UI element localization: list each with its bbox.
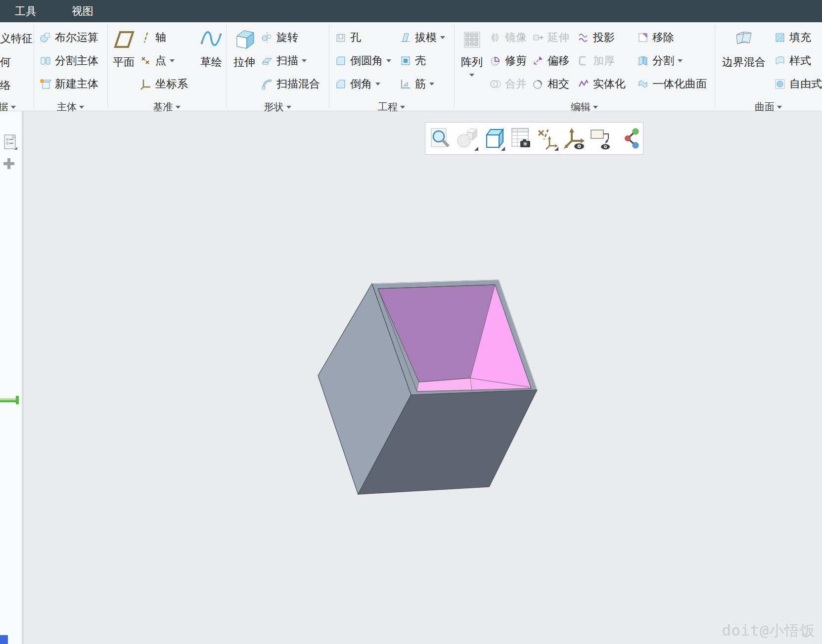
- chevron-down-icon: [429, 83, 434, 86]
- boundary-blend-icon: [732, 28, 755, 51]
- chevron-down-icon: [678, 59, 683, 62]
- cube-outer-front-face[interactable]: [358, 390, 537, 494]
- model-tree-icon[interactable]: [3, 134, 18, 152]
- sweep-button[interactable]: 扫描: [261, 52, 320, 69]
- sweep-blend-button[interactable]: 扫描混合: [261, 76, 320, 92]
- group-divider: [454, 25, 455, 107]
- chevron-down-icon: [11, 106, 16, 109]
- revolve-icon: [261, 32, 273, 43]
- extrude-button[interactable]: 拉伸: [228, 28, 260, 70]
- boundary-blend-button[interactable]: 边界混合: [718, 28, 770, 70]
- chamfer-button[interactable]: 倒角: [335, 76, 391, 92]
- view-manager-button[interactable]: [509, 126, 532, 151]
- offset-button[interactable]: 偏移: [532, 52, 569, 69]
- chevron-down-icon: [286, 106, 291, 109]
- rib-button[interactable]: 筋: [400, 76, 445, 92]
- plus-icon[interactable]: [3, 158, 15, 170]
- chevron-down-icon: [469, 74, 474, 77]
- hole-button[interactable]: 孔: [335, 29, 391, 46]
- sketch-button[interactable]: 草绘: [195, 28, 227, 70]
- group-label-edit[interactable]: 编辑: [454, 100, 715, 114]
- bottom-left-blue-marker: [0, 635, 8, 644]
- clipped-udf-button[interactable]: 义特征: [0, 31, 33, 46]
- group-label-surface[interactable]: 曲面: [715, 100, 822, 114]
- chamfer-icon: [335, 78, 347, 90]
- split-button[interactable]: 分割: [637, 52, 707, 69]
- tab-view[interactable]: 视图: [72, 0, 93, 22]
- sidebar-divider[interactable]: [22, 111, 24, 644]
- chevron-down-icon: [170, 59, 175, 62]
- style-button[interactable]: 样式: [774, 52, 822, 69]
- tab-tools[interactable]: 工具: [15, 0, 37, 22]
- thicken-button[interactable]: 加厚: [578, 52, 626, 69]
- offset-icon: [532, 55, 544, 67]
- selection-highlight-cap: [16, 396, 19, 404]
- chevron-down-icon: [400, 106, 405, 109]
- round-icon: [335, 55, 347, 67]
- group-label-engineering[interactable]: 工程: [329, 100, 454, 114]
- quilt-button[interactable]: 一体化曲面: [637, 76, 707, 92]
- clipped-geometry-button[interactable]: 何: [0, 55, 11, 70]
- refit-magnifier-icon: [429, 127, 452, 150]
- axis-button[interactable]: 轴: [140, 29, 188, 46]
- mirror-button[interactable]: 镜像: [490, 29, 527, 46]
- quilt-icon: [637, 78, 649, 90]
- group-divider: [34, 25, 34, 107]
- cube-inner-back-face[interactable]: [378, 285, 495, 382]
- pattern-button[interactable]: 阵列: [456, 28, 488, 77]
- boolean-ops-button[interactable]: 布尔运算: [40, 29, 98, 46]
- thicken-icon: [578, 55, 590, 67]
- merge-button[interactable]: 合并: [490, 76, 527, 92]
- shell-button[interactable]: 壳: [400, 52, 445, 69]
- draft-button[interactable]: 拔模: [400, 29, 445, 46]
- freestyle-button[interactable]: 自由式: [774, 76, 822, 92]
- cube-floor-right-face[interactable]: [470, 378, 531, 390]
- plane-icon: [112, 28, 135, 51]
- ribbon: 义特征 何 络 据 布尔运算 分割主体 新建主体 主体 平面 轴: [0, 22, 822, 111]
- draft-icon: [400, 32, 411, 43]
- saved-views-button[interactable]: [483, 126, 505, 151]
- project-button[interactable]: 投影: [578, 29, 626, 46]
- chevron-down-icon: [777, 106, 782, 109]
- cube-outer-left-face[interactable]: [318, 284, 411, 494]
- clipped-wrap-button[interactable]: 络: [0, 78, 11, 93]
- csys-button[interactable]: 坐标系: [140, 76, 188, 92]
- new-body-button[interactable]: 新建主体: [40, 76, 98, 92]
- annotation-eye-icon: [590, 127, 612, 150]
- remove-button[interactable]: 移除: [637, 29, 707, 46]
- datum-display-filter-button[interactable]: [536, 126, 559, 151]
- cube-inner-right-face[interactable]: [470, 285, 531, 388]
- revolve-button[interactable]: 旋转: [261, 29, 320, 46]
- plane-button[interactable]: 平面: [108, 28, 139, 70]
- style-icon: [774, 55, 786, 67]
- csys-display-button[interactable]: [563, 126, 586, 151]
- watermark-text: doit@小悟饭: [722, 621, 815, 641]
- point-button[interactable]: 点: [140, 52, 188, 69]
- solidify-button[interactable]: 实体化: [578, 76, 626, 92]
- shell-icon: [400, 55, 411, 67]
- annotation-display-button[interactable]: [590, 126, 612, 151]
- cube-rim-face[interactable]: [372, 280, 537, 395]
- round-button[interactable]: 倒圆角: [335, 52, 391, 69]
- trim-icon: [490, 55, 502, 67]
- display-style-button[interactable]: [456, 126, 479, 151]
- intersect-button[interactable]: 相交: [532, 76, 569, 92]
- refit-button[interactable]: [429, 126, 452, 151]
- edit-column-3: 投影 加厚 实体化: [578, 29, 626, 99]
- pattern-icon: [460, 28, 483, 51]
- new-body-icon: [40, 78, 51, 90]
- split-body-button[interactable]: 分割主体: [40, 52, 98, 69]
- engineering-column-2: 拔模 壳 筋: [400, 29, 445, 99]
- trim-button[interactable]: 修剪: [490, 52, 527, 69]
- group-label-shapes[interactable]: 形状: [226, 100, 329, 114]
- fill-button[interactable]: 填充: [774, 29, 822, 46]
- extend-button[interactable]: 延伸: [532, 29, 569, 46]
- node-graph-button[interactable]: [616, 126, 639, 151]
- group-divider: [226, 25, 227, 107]
- navigator-sidebar: [0, 111, 22, 644]
- group-label-body[interactable]: 主体: [34, 100, 107, 114]
- group-label-datum[interactable]: 基准: [107, 100, 226, 114]
- mirror-icon: [490, 32, 502, 43]
- fill-icon: [774, 32, 786, 43]
- cube-floor-left-face[interactable]: [417, 378, 472, 391]
